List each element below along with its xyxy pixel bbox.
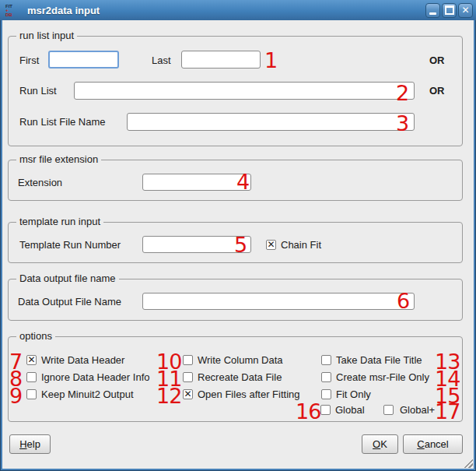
last-label: Last xyxy=(152,54,171,66)
ignore-data-header-info-checkbox-box[interactable] xyxy=(26,372,37,382)
extension-label: Extension xyxy=(18,177,62,188)
global-checkbox-box[interactable] xyxy=(320,405,331,415)
global-label[interactable]: Global xyxy=(335,404,365,416)
fit-only-checkbox-box[interactable] xyxy=(321,389,331,399)
checkbox-write-data-header[interactable]: Write Data Header xyxy=(26,354,124,366)
keep-minuit2-output-checkbox-box[interactable] xyxy=(26,389,37,399)
ignore-data-header-info-label[interactable]: Ignore Data Header Info xyxy=(41,371,149,383)
write-column-data-label[interactable]: Write Column Data xyxy=(198,354,283,366)
fit-only-label[interactable]: Fit Only xyxy=(336,388,371,400)
close-icon: ✕ xyxy=(461,5,469,15)
global-plus-label[interactable]: Global+ xyxy=(400,404,435,416)
chain-fit-label[interactable]: Chain Fit xyxy=(281,239,321,251)
dialog-content: run list input First Last 1 OR Run List … xyxy=(2,20,474,469)
group-data-output-file-name-title: Data output file name xyxy=(16,272,119,284)
minimize-button[interactable] xyxy=(425,3,440,18)
group-run-list-input-title: run list input xyxy=(16,30,77,41)
data-output-file-name-input[interactable] xyxy=(142,293,415,310)
ok-button[interactable]: OK xyxy=(362,434,398,454)
group-msr-file-extension-title: msr file extension xyxy=(16,153,101,165)
run-list-label: Run List xyxy=(19,85,57,97)
dialog-window: FIT + DB msr2data input ✕ run list input… xyxy=(0,0,476,471)
minimize-icon xyxy=(429,12,436,15)
maximize-icon xyxy=(445,5,454,15)
group-template-run-input-title: template run input xyxy=(16,216,103,227)
checkbox-ignore-data-header-info[interactable]: Ignore Data Header Info xyxy=(26,371,149,383)
maximize-button[interactable] xyxy=(442,3,457,18)
resize-grip[interactable] xyxy=(463,458,473,468)
template-run-number-label: Template Run Number xyxy=(19,239,121,251)
checkbox-chain-fit[interactable]: Chain Fit xyxy=(266,239,321,251)
write-column-data-checkbox-box[interactable] xyxy=(183,355,193,365)
write-data-header-checkbox-box[interactable] xyxy=(26,355,37,365)
or-label-1: OR xyxy=(429,54,445,66)
checkbox-global-plus[interactable]: Global+ xyxy=(383,404,435,416)
chain-fit-checkbox-box[interactable] xyxy=(266,240,276,250)
app-icon: FIT + DB xyxy=(5,4,19,17)
run-list-file-name-label: Run List File Name xyxy=(19,116,106,128)
close-button[interactable]: ✕ xyxy=(458,3,473,18)
recreate-data-file-label[interactable]: Recreate Data File xyxy=(198,371,282,383)
window-title: msr2data input xyxy=(27,5,424,16)
template-run-number-input[interactable] xyxy=(142,236,251,253)
help-button[interactable]: Help xyxy=(9,434,51,454)
titlebar[interactable]: FIT + DB msr2data input ✕ xyxy=(0,0,476,20)
create-msr-file-only-checkbox-box[interactable] xyxy=(321,372,331,382)
run-list-input[interactable] xyxy=(74,82,415,100)
checkbox-write-column-data[interactable]: Write Column Data xyxy=(183,354,283,366)
extension-input[interactable] xyxy=(142,174,251,191)
checkbox-create-msr-file-only[interactable]: Create msr-File Only xyxy=(321,371,429,383)
first-label: First xyxy=(19,54,39,66)
group-options-title: options xyxy=(16,330,55,342)
open-files-after-fitting-label[interactable]: Open Files after Fitting xyxy=(198,388,300,400)
first-input[interactable] xyxy=(48,51,119,69)
checkbox-fit-only[interactable]: Fit Only xyxy=(321,388,371,400)
recreate-data-file-checkbox-box[interactable] xyxy=(183,372,193,382)
checkbox-global[interactable]: Global xyxy=(320,404,365,416)
global-plus-checkbox-box[interactable] xyxy=(383,405,394,415)
checkbox-recreate-data-file[interactable]: Recreate Data File xyxy=(183,371,282,383)
checkbox-open-files-after-fitting[interactable]: Open Files after Fitting xyxy=(183,388,300,400)
last-input[interactable] xyxy=(181,51,261,69)
cancel-button[interactable]: Cancel xyxy=(403,434,463,454)
run-list-file-name-input[interactable] xyxy=(127,113,415,131)
take-data-file-title-label[interactable]: Take Data File Title xyxy=(336,354,422,366)
open-files-after-fitting-checkbox-box[interactable] xyxy=(183,389,193,399)
take-data-file-title-checkbox-box[interactable] xyxy=(321,355,331,365)
data-output-file-name-label: Data Output File Name xyxy=(18,296,121,308)
create-msr-file-only-label[interactable]: Create msr-File Only xyxy=(336,371,429,383)
checkbox-take-data-file-title[interactable]: Take Data File Title xyxy=(321,354,422,366)
or-label-2: OR xyxy=(429,85,445,97)
keep-minuit2-output-label[interactable]: Keep Minuit2 Output xyxy=(41,388,134,400)
write-data-header-label[interactable]: Write Data Header xyxy=(41,354,124,366)
checkbox-keep-minuit2-output[interactable]: Keep Minuit2 Output xyxy=(26,388,134,400)
